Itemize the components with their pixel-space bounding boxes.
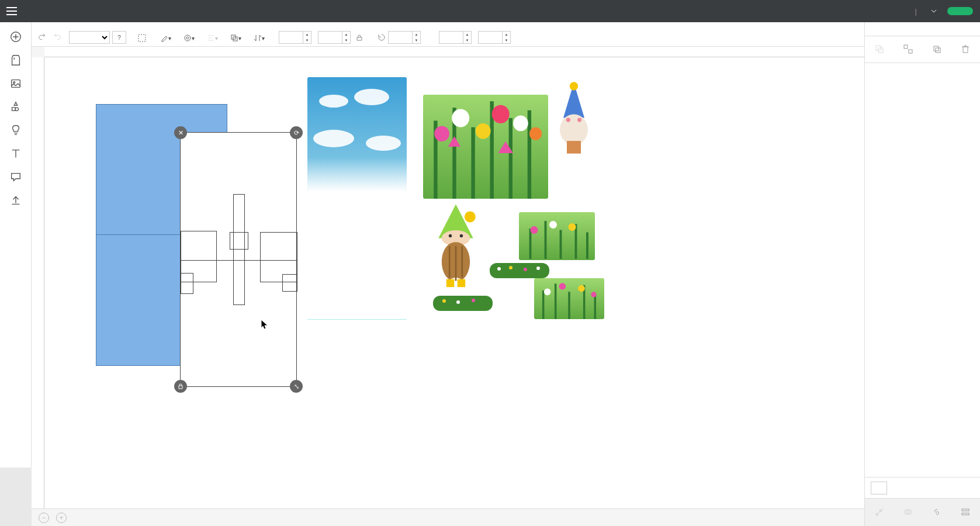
svg-point-22 bbox=[460, 234, 463, 237]
resize-handle[interactable]: ⤡ bbox=[290, 380, 303, 393]
gnome-green[interactable] bbox=[424, 202, 487, 290]
text-tool[interactable] bbox=[0, 143, 31, 166]
sky-image[interactable] bbox=[307, 77, 407, 191]
svg-point-10 bbox=[476, 123, 491, 139]
layer-actions bbox=[865, 36, 980, 63]
canvas[interactable]: ✕ ⟳ ⤡ bbox=[44, 57, 864, 508]
select-all-button[interactable] bbox=[134, 31, 150, 44]
top-bar: | bbox=[0, 0, 980, 22]
lock-aspect-icon[interactable] bbox=[355, 33, 363, 41]
duplicate-button[interactable] bbox=[923, 36, 951, 63]
offset-button[interactable]: ▾ bbox=[181, 31, 196, 44]
undo-button[interactable] bbox=[37, 32, 48, 43]
svg-rect-16 bbox=[567, 141, 581, 154]
svg-point-29 bbox=[509, 266, 512, 269]
x-input[interactable] bbox=[439, 31, 463, 44]
delete-button[interactable] bbox=[951, 36, 980, 63]
tab-layers[interactable] bbox=[865, 22, 923, 36]
svg-point-30 bbox=[524, 268, 527, 271]
projects-tool[interactable] bbox=[0, 72, 31, 96]
operation-select[interactable] bbox=[69, 31, 110, 44]
operation-group: ? bbox=[69, 30, 126, 44]
svg-point-2 bbox=[13, 82, 15, 84]
layers-panel[interactable] bbox=[865, 63, 980, 477]
flowers-small-1[interactable] bbox=[519, 212, 595, 260]
x-spinner[interactable]: ▲▼ bbox=[463, 31, 472, 44]
options-bar: ? ▾ ▾ ▾ ▾ ▾ ▲▼ ▲▼ ▲▼ bbox=[32, 22, 864, 47]
left-toolbar bbox=[0, 22, 32, 468]
rotate-handle[interactable]: ⟳ bbox=[290, 126, 303, 139]
right-panel bbox=[864, 22, 980, 526]
svg-point-27 bbox=[569, 223, 576, 231]
width-input[interactable] bbox=[279, 31, 303, 44]
svg-point-5 bbox=[186, 37, 189, 39]
y-spinner[interactable]: ▲▼ bbox=[503, 31, 511, 44]
lock-handle[interactable] bbox=[174, 380, 187, 393]
canvas-chooser[interactable] bbox=[865, 477, 980, 498]
group-button[interactable] bbox=[865, 36, 894, 63]
height-spinner[interactable]: ▲▼ bbox=[342, 31, 351, 44]
svg-point-31 bbox=[536, 267, 540, 270]
upload-tool[interactable] bbox=[0, 189, 31, 213]
svg-point-28 bbox=[497, 267, 501, 271]
svg-rect-41 bbox=[904, 45, 908, 49]
y-input[interactable] bbox=[478, 31, 503, 44]
height-input[interactable] bbox=[318, 31, 342, 44]
arrange-dropdown[interactable]: ▾ bbox=[228, 31, 243, 44]
svg-point-11 bbox=[492, 105, 510, 123]
width-spinner[interactable]: ▲▼ bbox=[303, 31, 311, 44]
svg-point-15 bbox=[560, 115, 588, 146]
size-group: ▲▼ ▲▼ bbox=[275, 30, 363, 44]
svg-point-18 bbox=[577, 118, 581, 122]
zoom-out-button[interactable]: − bbox=[39, 513, 49, 523]
svg-rect-44 bbox=[936, 48, 940, 53]
weld-button[interactable] bbox=[894, 499, 922, 526]
rotate-input[interactable] bbox=[388, 31, 413, 44]
svg-point-13 bbox=[529, 127, 542, 140]
selected-popout-shape[interactable]: ✕ ⟳ ⤡ bbox=[180, 132, 297, 387]
make-it-button[interactable] bbox=[947, 7, 973, 15]
flatten-button[interactable] bbox=[951, 499, 980, 526]
svg-point-35 bbox=[544, 289, 551, 296]
attach-button[interactable] bbox=[923, 499, 951, 526]
zoom-bar: − + bbox=[32, 508, 864, 526]
new-tool[interactable] bbox=[0, 26, 31, 49]
flowers-image-large[interactable] bbox=[423, 95, 548, 199]
svg-rect-24 bbox=[458, 279, 466, 288]
flip-dropdown[interactable]: ▾ bbox=[251, 31, 266, 44]
chevron-down-icon bbox=[931, 9, 937, 13]
flowers-small-2[interactable] bbox=[534, 278, 604, 319]
gnome-blue[interactable] bbox=[553, 78, 595, 157]
svg-point-12 bbox=[513, 116, 528, 132]
tab-colorsync[interactable] bbox=[923, 22, 981, 36]
redo-button[interactable] bbox=[51, 32, 62, 43]
svg-point-8 bbox=[434, 126, 449, 141]
machine-selector[interactable] bbox=[927, 9, 937, 13]
slice-button[interactable] bbox=[865, 499, 894, 526]
edit-dropdown[interactable]: ▾ bbox=[158, 31, 173, 44]
grass-strip-2[interactable] bbox=[433, 296, 493, 311]
svg-point-25 bbox=[531, 226, 538, 234]
shapes-tool[interactable] bbox=[0, 96, 31, 119]
foot-actions bbox=[865, 498, 980, 526]
zoom-in-button[interactable]: + bbox=[56, 513, 67, 523]
svg-point-14 bbox=[570, 82, 578, 90]
svg-point-33 bbox=[456, 300, 460, 304]
images-tool[interactable] bbox=[0, 119, 31, 143]
separator: | bbox=[915, 7, 917, 16]
svg-point-19 bbox=[465, 212, 476, 223]
templates-tool[interactable] bbox=[0, 49, 31, 72]
rotate-group: ▲▼ bbox=[378, 30, 421, 44]
delete-handle[interactable]: ✕ bbox=[174, 126, 187, 139]
svg-rect-42 bbox=[909, 50, 912, 53]
phrases-tool[interactable] bbox=[0, 166, 31, 189]
menu-button[interactable] bbox=[0, 0, 23, 22]
align-dropdown[interactable]: ▾ bbox=[205, 31, 220, 44]
svg-point-38 bbox=[591, 292, 596, 297]
rotate-spinner[interactable]: ▲▼ bbox=[413, 31, 421, 44]
operation-help[interactable]: ? bbox=[112, 31, 126, 44]
svg-point-37 bbox=[578, 285, 585, 292]
position-group: ▲▼ ▲▼ bbox=[435, 30, 511, 44]
ungroup-button[interactable] bbox=[894, 36, 922, 63]
grass-strip-1[interactable] bbox=[490, 263, 549, 278]
